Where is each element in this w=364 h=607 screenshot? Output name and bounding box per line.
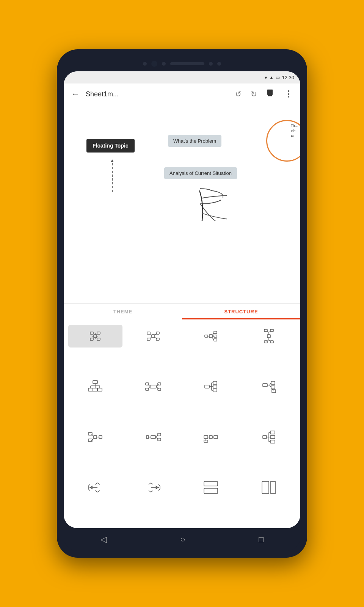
struct-icon-2 [145,328,162,344]
svg-rect-93 [214,436,218,439]
svg-rect-15 [147,338,150,340]
svg-rect-71 [271,381,275,384]
whats-problem-topic[interactable]: What's the Problem [168,135,221,147]
svg-rect-48 [97,388,102,391]
svg-line-51 [148,387,150,389]
struct-icon-14 [145,479,162,496]
speaker [170,62,204,65]
struct-icon-13 [87,479,104,496]
camera-dot-2 [162,62,166,66]
struct-icon-9 [87,429,104,445]
app-bar: ← Sheet1m... ↺ ↻ ⋮ [64,83,300,105]
svg-rect-2 [94,335,97,338]
tab-structure[interactable]: STRUCTURE [182,304,300,319]
struct-org-down[interactable] [68,375,122,398]
struct-icon-1 [87,328,104,344]
battery-icon: ▭ [276,75,280,80]
svg-rect-24 [214,331,217,333]
svg-rect-72 [271,386,275,389]
struct-mindmap-right[interactable] [184,325,238,348]
struct-icon-4 [260,328,277,344]
svg-rect-67 [263,384,267,387]
svg-rect-7 [90,332,93,334]
svg-rect-86 [158,438,161,441]
nav-home-button[interactable]: ○ [180,535,185,544]
struct-right-map[interactable] [126,426,180,448]
circle-text-items: Th... Ide... Fi... [291,124,298,138]
phone-bottom-bar: ◁ ○ □ [64,528,300,551]
camera-dot-4 [217,62,221,66]
status-bar: ▾ ▲ ▭ 12:30 [64,71,300,83]
undo-button[interactable]: ↺ [232,86,245,102]
struct-icon-16 [260,479,277,496]
floating-topic-node[interactable]: Floating Topic [86,139,135,153]
struct-org-right2[interactable] [242,375,296,398]
struct-mindmap-center[interactable] [68,325,122,348]
svg-rect-102 [270,431,275,434]
svg-rect-109 [204,481,218,486]
svg-rect-75 [94,436,97,439]
svg-rect-1 [268,95,272,96]
time-display: 12:30 [282,75,294,80]
nav-recent-button[interactable]: □ [259,535,264,544]
struct-org-right1[interactable] [184,375,238,398]
svg-rect-66 [213,389,217,392]
svg-rect-103 [270,436,275,439]
struct-icon-3 [202,328,219,344]
camera-dot-left [143,62,147,66]
svg-rect-26 [214,339,217,341]
svg-rect-49 [150,385,156,388]
svg-rect-11 [152,335,155,338]
svg-rect-104 [270,440,275,443]
tabs-bar: THEME STRUCTURE [64,303,300,319]
svg-rect-111 [262,481,269,494]
phone-screen: ▾ ▲ ▭ 12:30 ← Sheet1m... ↺ ↻ ⋮ [64,71,300,528]
svg-rect-9 [90,338,93,340]
struct-icon-15 [202,479,219,496]
camera-dot-3 [209,62,213,66]
structure-panel [64,319,300,528]
struct-layout-side[interactable] [242,476,296,499]
svg-rect-89 [204,436,208,439]
analysis-topic[interactable]: Analysis of Current Situation [164,167,237,179]
svg-line-50 [148,384,150,387]
nav-back-button[interactable]: ◁ [100,535,107,544]
status-icons: ▾ ▲ ▭ 12:30 [265,75,294,80]
paint-button[interactable] [263,85,278,103]
struct-timeline[interactable] [184,426,238,448]
struct-icon-10 [145,429,162,445]
redo-button[interactable]: ↻ [248,86,260,102]
struct-mindmap-left[interactable] [126,325,180,348]
tab-theme[interactable]: THEME [64,304,182,319]
struct-layout-top[interactable] [184,476,238,499]
svg-rect-14 [147,332,150,334]
struct-tree-right[interactable] [242,426,296,448]
svg-rect-0 [267,90,273,95]
struct-icon-11 [202,429,219,445]
svg-rect-40 [93,381,97,384]
struct-icon-8 [260,378,277,395]
struct-arrow-right[interactable] [126,476,180,499]
svg-rect-64 [213,381,217,384]
mindmap-lines [64,105,300,303]
struct-org-center[interactable] [126,375,180,398]
struct-arrow-left[interactable] [68,476,122,499]
svg-rect-82 [151,436,155,439]
svg-rect-20 [209,335,212,338]
svg-rect-46 [88,388,93,391]
svg-rect-8 [97,332,100,334]
back-button[interactable]: ← [68,86,83,102]
phone-frame: ▾ ▲ ▭ 12:30 ← Sheet1m... ↺ ↻ ⋮ [57,49,307,558]
svg-rect-58 [205,385,209,388]
svg-rect-10 [97,338,100,340]
struct-mindmap-split[interactable] [242,325,296,348]
canvas-area[interactable]: Floating Topic ▲ What's the Problem Anal… [64,105,300,303]
svg-line-21 [212,333,214,335]
circle-line-2: Ide... [291,129,298,133]
wifi-icon: ▾ [265,75,267,80]
svg-rect-65 [213,385,217,388]
more-options-button[interactable]: ⋮ [281,86,296,102]
struct-left-map[interactable] [68,426,122,448]
camera-main [151,61,157,67]
svg-rect-29 [267,335,270,338]
